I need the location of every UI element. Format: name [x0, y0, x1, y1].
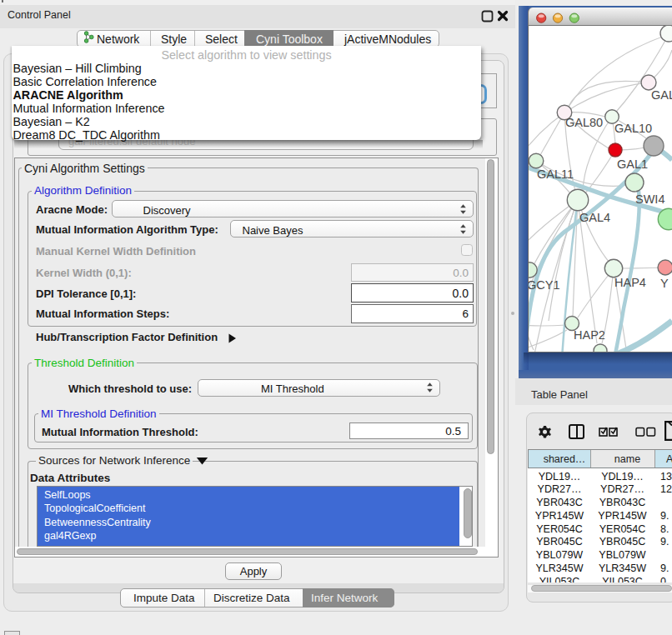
svg-text:GAL2: GAL2 — [651, 88, 672, 102]
svg-text:SWI4: SWI4 — [635, 192, 664, 206]
svg-text:GAL11: GAL11 — [537, 168, 574, 181]
svg-text:GAL4: GAL4 — [579, 211, 610, 224]
svg-text:Y: Y — [660, 277, 669, 290]
svg-text:HAP4: HAP4 — [614, 276, 646, 289]
svg-text:HAP2: HAP2 — [574, 328, 605, 342]
svg-text:GCY1: GCY1 — [529, 278, 560, 292]
svg-text:GAL1: GAL1 — [617, 158, 648, 171]
svg-text:GAL80: GAL80 — [565, 116, 603, 129]
svg-text:GAL10: GAL10 — [614, 122, 652, 135]
